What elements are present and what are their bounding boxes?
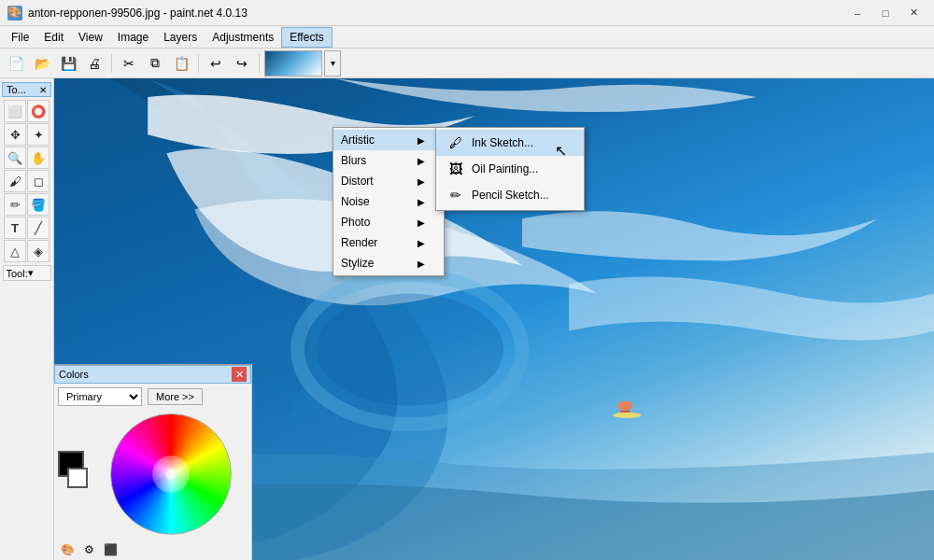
- svg-rect-3: [620, 411, 630, 413]
- tool-dropdown-label: Tool:: [7, 268, 28, 279]
- color-wheel[interactable]: [110, 413, 232, 535]
- cut-btn[interactable]: ✂: [117, 52, 141, 75]
- image-preview-dropdown[interactable]: ▾: [324, 50, 341, 77]
- maximize-button[interactable]: □: [872, 3, 899, 23]
- minimize-button[interactable]: –: [844, 3, 870, 23]
- tool-panel-close[interactable]: ✕: [39, 85, 47, 95]
- render-label: Render: [341, 236, 377, 249]
- tool-row-3: 🔍 ✋: [4, 147, 50, 169]
- blurs-label: Blurs: [341, 154, 366, 167]
- menu-adjustments[interactable]: Adjustments: [205, 27, 281, 48]
- menu-stylize[interactable]: Stylize ▶: [333, 253, 444, 273]
- shapes-tool[interactable]: △: [4, 240, 26, 262]
- text-tool[interactable]: T: [4, 217, 26, 239]
- move-tool[interactable]: ✥: [4, 123, 26, 146]
- ink-sketch-icon: 🖋: [447, 134, 464, 151]
- render-arrow: ▶: [417, 238, 425, 248]
- color-swatches: [58, 451, 105, 497]
- tool-row-5: ✏ 🪣: [4, 193, 50, 216]
- image-preview: [264, 50, 322, 77]
- colors-panel-close[interactable]: ✕: [232, 367, 247, 382]
- photo-label: Photo: [341, 216, 370, 229]
- sep2: [198, 54, 199, 73]
- pencil-sketch-label: Pencil Sketch...: [472, 189, 549, 202]
- menu-view[interactable]: View: [71, 27, 110, 48]
- more-button[interactable]: More >>: [148, 388, 203, 405]
- rectangle-select-tool[interactable]: ⬜: [4, 100, 26, 122]
- color-wheel-selector: [166, 469, 176, 479]
- menu-noise[interactable]: Noise ▶: [333, 191, 444, 212]
- colors-controls: Primary Secondary More >>: [54, 384, 251, 410]
- svg-point-4: [613, 413, 641, 418]
- stylize-arrow: ▶: [417, 259, 425, 269]
- redo-btn[interactable]: ↪: [230, 52, 254, 75]
- menu-image[interactable]: Image: [110, 27, 156, 48]
- artistic-label: Artistic: [341, 133, 375, 147]
- zoom-tool[interactable]: 🔍: [4, 147, 26, 169]
- effects-menu: Artistic ▶ Blurs ▶ Distort ▶ Noise ▶ Pho…: [333, 127, 445, 276]
- left-toolbar: To... ✕ ⬜ ⭕ ✥ ✦ 🔍 ✋ 🖌 ◻ ✏ 🪣 T ╱ △ ◈: [0, 78, 54, 560]
- tool-row-2: ✥ ✦: [4, 123, 50, 146]
- oil-painting-icon: 🖼: [447, 161, 464, 177]
- secondary-color-swatch[interactable]: [67, 468, 88, 488]
- save-btn[interactable]: 💾: [56, 52, 80, 75]
- undo-btn[interactable]: ↩: [204, 52, 228, 75]
- bottom-icons: 🎨 ⚙ ⬛: [54, 539, 251, 560]
- menu-render[interactable]: Render ▶: [333, 232, 444, 253]
- settings-icon[interactable]: ⬛: [101, 540, 120, 559]
- menu-effects[interactable]: Effects: [281, 27, 332, 48]
- main-area: To... ✕ ⬜ ⭕ ✥ ✦ 🔍 ✋ 🖌 ◻ ✏ 🪣 T ╱ △ ◈: [0, 78, 934, 560]
- distort-arrow: ▶: [417, 176, 425, 187]
- palette-icon[interactable]: 🎨: [58, 540, 77, 559]
- magic-wand-tool[interactable]: ✦: [27, 123, 50, 146]
- photo-arrow: ▶: [417, 217, 425, 228]
- menu-layers[interactable]: Layers: [156, 27, 205, 48]
- tool-label-text: To...: [7, 84, 26, 95]
- pencil-tool[interactable]: ✏: [4, 193, 26, 216]
- title-bar: 🎨 anton-repponen-99506.jpg - paint.net 4…: [0, 0, 934, 26]
- ink-sketch-item[interactable]: 🖋 Ink Sketch...: [436, 130, 584, 156]
- menu-blurs[interactable]: Blurs ▶: [333, 150, 444, 171]
- artistic-submenu: 🖋 Ink Sketch... 🖼 Oil Painting... ✏ Penc…: [435, 127, 585, 211]
- menu-edit[interactable]: Edit: [36, 27, 71, 48]
- line-tool[interactable]: ╱: [27, 217, 50, 239]
- pencil-sketch-icon: ✏: [447, 187, 464, 203]
- distort-label: Distort: [341, 175, 374, 188]
- copy-btn[interactable]: ⧉: [143, 52, 167, 75]
- print-btn[interactable]: 🖨: [82, 52, 106, 75]
- open-btn[interactable]: 📂: [30, 52, 54, 75]
- clone-tool[interactable]: ◈: [27, 240, 50, 262]
- menu-distort[interactable]: Distort ▶: [333, 171, 444, 191]
- tool-row-1: ⬜ ⭕: [4, 100, 50, 122]
- menu-photo[interactable]: Photo ▶: [333, 212, 444, 232]
- menu-artistic[interactable]: Artistic ▶: [333, 130, 444, 150]
- tool-panel-label: To... ✕: [2, 82, 51, 97]
- blurs-arrow: ▶: [417, 156, 425, 166]
- colors-panel: Colors ✕ Primary Secondary More >>: [54, 364, 252, 560]
- noise-arrow: ▶: [417, 197, 425, 207]
- colors-panel-title: Colors: [59, 369, 89, 380]
- close-button[interactable]: ✕: [900, 3, 927, 23]
- stylize-label: Stylize: [341, 257, 374, 270]
- noise-label: Noise: [341, 195, 370, 208]
- eraser-tool[interactable]: ◻: [27, 170, 50, 192]
- toolbar: 📄 📂 💾 🖨 ✂ ⧉ 📋 ↩ ↪ ▾: [0, 49, 934, 78]
- sep1: [111, 54, 112, 73]
- svg-point-1: [317, 293, 503, 405]
- fill-tool[interactable]: 🪣: [27, 193, 50, 216]
- brush-tool[interactable]: 🖌: [4, 170, 26, 192]
- color-mode-dropdown[interactable]: Primary Secondary: [58, 387, 142, 406]
- app-icon: 🎨: [7, 6, 22, 21]
- pencil-sketch-item[interactable]: ✏ Pencil Sketch...: [436, 182, 584, 208]
- menu-file[interactable]: File: [4, 27, 36, 48]
- svg-point-0: [298, 274, 523, 424]
- new-btn[interactable]: 📄: [4, 52, 28, 75]
- lasso-tool[interactable]: ⭕: [27, 100, 50, 122]
- eyedropper-icon[interactable]: ⚙: [79, 540, 98, 559]
- ink-sketch-label: Ink Sketch...: [472, 136, 533, 149]
- oil-painting-item[interactable]: 🖼 Oil Painting...: [436, 156, 584, 182]
- tool-dropdown[interactable]: Tool: ▾: [3, 265, 51, 281]
- pan-tool[interactable]: ✋: [27, 147, 50, 169]
- paste-btn[interactable]: 📋: [169, 52, 193, 75]
- oil-painting-label: Oil Painting...: [472, 162, 538, 175]
